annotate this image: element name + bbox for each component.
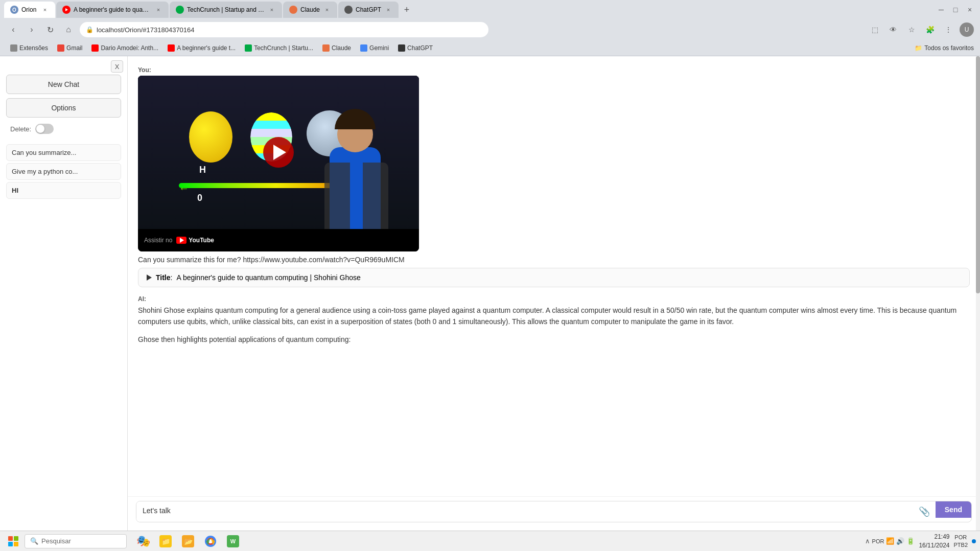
taskbar-date: 16/11/2024	[919, 541, 949, 550]
bookmark-gemini[interactable]: Gemini	[356, 43, 393, 53]
tab-close-chatgpt[interactable]: ×	[384, 6, 392, 14]
sidebar-close-button[interactable]: X	[111, 60, 123, 73]
tab-close-yt[interactable]: ×	[154, 6, 162, 14]
delete-toggle[interactable]	[35, 124, 54, 134]
tab-claude[interactable]: Claude ×	[283, 2, 337, 18]
bookmarks-folder-icon: 📁	[915, 44, 922, 52]
ai-response-paragraph-2: Ghose then highlights potential applicat…	[138, 334, 970, 345]
battery-icon[interactable]: 🔋	[906, 537, 915, 545]
browser-chrome: O Orion × A beginner's guide to quantum.…	[0, 0, 980, 56]
taskbar-app-explorer[interactable]: 📁	[155, 532, 176, 550]
video-embed[interactable]: TED A beginner's guide to quantum comput…	[138, 76, 419, 251]
close-button[interactable]: ×	[964, 4, 976, 16]
bookmark-techcrunch[interactable]: TechCrunch | Startu...	[241, 43, 317, 53]
tab-nav-icons: ─ □ ×	[935, 4, 976, 16]
you-message: You: TED A beginner's guide to quantum c…	[138, 66, 970, 287]
eye-icon[interactable]: 👁	[886, 22, 900, 37]
scrollbar-track[interactable]	[976, 56, 980, 531]
bookmark-claude[interactable]: Claude	[318, 43, 355, 53]
yt-play-icon	[176, 237, 186, 244]
maximize-button[interactable]: □	[949, 4, 962, 16]
user-avatar[interactable]: U	[960, 22, 974, 37]
tab-chatgpt[interactable]: ChatGPT ×	[338, 2, 399, 18]
minimize-button[interactable]: ─	[935, 4, 947, 16]
puzzle-icon[interactable]: 🧩	[923, 22, 937, 37]
send-button[interactable]: Send	[936, 501, 971, 518]
taskbar-app-chrome[interactable]	[200, 532, 221, 550]
bookmark-favicon-gemini	[360, 44, 367, 52]
start-button[interactable]	[4, 534, 22, 548]
taskbar-locale: POR PTB2	[953, 534, 968, 548]
bookmark-favicon-dario	[91, 44, 99, 52]
home-button[interactable]: ⌂	[61, 22, 76, 37]
tab-tc[interactable]: TechCrunch | Startup and Tech... ×	[170, 2, 282, 18]
play-button[interactable]	[263, 137, 294, 168]
bookmarks-all-label: Todos os favoritos	[924, 44, 974, 52]
taskbar-app-ws[interactable]: W	[223, 532, 243, 550]
url-text: localhost/Orion/#1731804370164	[97, 26, 195, 34]
tab-yt[interactable]: A beginner's guide to quantum... ×	[56, 2, 169, 18]
star-icon[interactable]: ☆	[904, 22, 919, 37]
taskbar-search[interactable]: 🔍 Pesquisar	[25, 534, 127, 548]
taskbar-app-file-manager[interactable]: 📂	[178, 532, 198, 550]
tab-title-orion: Orion	[21, 6, 38, 13]
tab-favicon-tc	[176, 6, 184, 14]
reload-button[interactable]: ↻	[43, 22, 57, 37]
chat-input[interactable]: Let's talk	[136, 501, 915, 522]
url-input[interactable]: 🔒 localhost/Orion/#1731804370164	[80, 22, 488, 37]
tab-close-claude[interactable]: ×	[323, 6, 331, 14]
scrollbar-thumb[interactable]	[976, 56, 980, 293]
bookmarks-all[interactable]: 📁 Todos os favoritos	[915, 44, 974, 52]
bookmarks-bar: Extensões Gmail Dario Amodei: Anth... A …	[0, 40, 980, 56]
chevron-up-icon[interactable]: ∧	[865, 537, 870, 545]
taskbar-clock[interactable]: 21:49 16/11/2024	[919, 533, 949, 550]
watch-on-text: Assistir no	[144, 237, 172, 244]
sidebar: X New Chat Options Delete: Can you summa…	[0, 56, 128, 531]
bookmark-favicon-gmail	[57, 44, 64, 52]
options-button[interactable]: Options	[6, 98, 121, 118]
ai-label: AI:	[138, 295, 970, 303]
you-label: You:	[138, 66, 970, 74]
input-wrapper: Let's talk 📎 Send	[136, 501, 972, 522]
taskbar-app-emoji[interactable]: 🎭	[133, 532, 153, 550]
notification-icon[interactable]	[972, 539, 976, 543]
ai-response-paragraph-1: Shohini Ghose explains quantum computing…	[138, 305, 970, 328]
history-item-1[interactable]: Give my a python co...	[6, 163, 121, 180]
bookmark-chatgpt[interactable]: ChatGPT	[394, 43, 437, 53]
menu-icon[interactable]: ⋮	[941, 22, 955, 37]
history-item-2[interactable]: HI	[6, 182, 121, 199]
quantum-scene: H ← 0	[138, 76, 419, 229]
bookmark-favicon-techcrunch	[245, 44, 252, 52]
taskbar-sys-icons: ∧ POR 📶 🔊 🔋	[865, 537, 915, 545]
wifi-icon[interactable]: 📶	[886, 537, 894, 545]
screen-icon[interactable]: ⬚	[868, 22, 882, 37]
file-manager-icon: 📂	[182, 535, 194, 547]
new-chat-button[interactable]: New Chat	[6, 75, 121, 94]
tab-title-chatgpt: ChatGPT	[356, 6, 381, 13]
tab-close-orion[interactable]: ×	[41, 6, 49, 14]
explorer-icon: 📁	[159, 535, 172, 547]
video-thumbnail[interactable]: H ← 0	[138, 76, 419, 229]
chat-input-area: Let's talk 📎 Send	[128, 496, 980, 531]
bookmark-extensions[interactable]: Extensões	[6, 43, 52, 53]
tab-close-tc[interactable]: ×	[268, 6, 276, 14]
app-body: X New Chat Options Delete: Can you summa…	[0, 56, 980, 531]
speaker-icon[interactable]: 🔊	[896, 537, 904, 545]
bookmark-gmail[interactable]: Gmail	[53, 43, 86, 53]
bookmark-dario[interactable]: Dario Amodei: Anth...	[87, 43, 162, 53]
bookmark-favicon-chatgpt2	[398, 44, 405, 52]
search-icon: 🔍	[30, 537, 38, 545]
tab-title-yt: A beginner's guide to quantum...	[74, 6, 151, 13]
history-item-0[interactable]: Can you summarize...	[6, 144, 121, 161]
bookmark-beginner[interactable]: A beginner's guide t...	[164, 43, 240, 53]
tab-orion[interactable]: O Orion ×	[4, 2, 55, 18]
video-title-text: A beginner's guide to quantum computing …	[176, 273, 360, 282]
taskbar-search-placeholder: Pesquisar	[41, 537, 71, 545]
attach-button[interactable]: 📎	[915, 502, 934, 521]
new-tab-button[interactable]: +	[400, 3, 414, 17]
chat-history: Can you summarize... Give my a python co…	[6, 144, 121, 199]
back-button[interactable]: ‹	[6, 22, 20, 37]
taskbar-right: ∧ POR 📶 🔊 🔋 21:49 16/11/2024 POR PTB2	[865, 533, 976, 550]
forward-button[interactable]: ›	[25, 22, 39, 37]
bookmark-favicon-claude2	[322, 44, 330, 52]
